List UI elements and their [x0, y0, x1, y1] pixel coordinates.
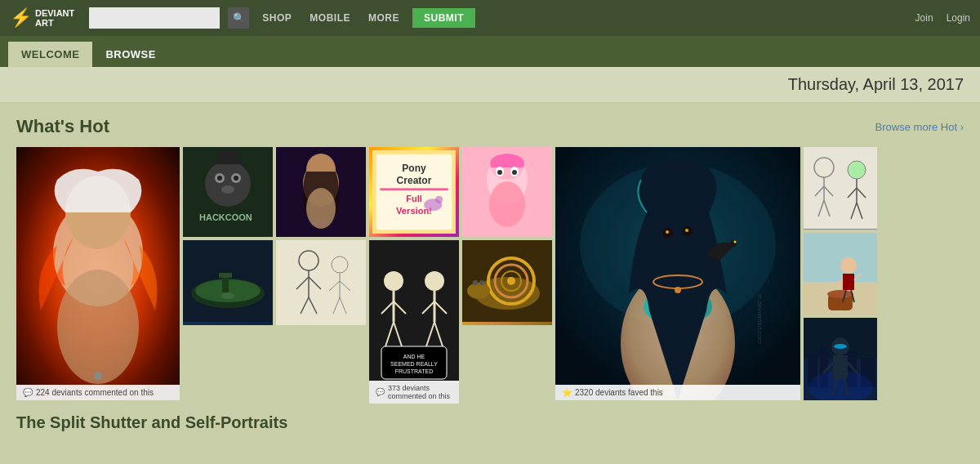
whats-hot-title: What's Hot [16, 116, 109, 137]
artwork-teal-woman[interactable]: in.deviantart.com ⭐ 2320 deviants faved … [555, 147, 800, 400]
svg-rect-14 [219, 150, 237, 162]
svg-text:Full: Full [406, 194, 422, 203]
svg-point-3 [57, 270, 139, 384]
svg-text:Creator: Creator [397, 175, 432, 186]
svg-rect-116 [843, 274, 854, 290]
date-bar: Thursday, April 13, 2017 [0, 67, 980, 103]
search-input[interactable] [89, 7, 220, 29]
svg-point-92 [685, 229, 688, 232]
join-link[interactable]: Join [915, 12, 933, 24]
content-area: What's Hot Browse more Hot › [0, 103, 980, 445]
svg-point-115 [840, 257, 857, 274]
svg-rect-25 [276, 240, 366, 322]
col-bikini-sketch [276, 147, 366, 325]
svg-point-78 [507, 277, 515, 285]
svg-point-24 [306, 188, 336, 229]
browse-more-hot-link[interactable]: Browse more Hot › [875, 121, 964, 133]
header: ⚡ DEVIANT ART 🔍 SHOP MOBILE MORE SUBMIT … [0, 0, 980, 36]
deviantart-logo-icon: ⚡ [10, 7, 32, 29]
svg-point-68 [489, 181, 525, 227]
svg-point-79 [467, 283, 490, 299]
svg-text:Pony: Pony [402, 163, 426, 174]
artwork-comic-skeleton[interactable]: AND HE SEEMED REALLY FRUSTRATED 💬 373 de… [369, 240, 459, 404]
svg-text:FRUSTRATED: FRUSTRATED [395, 368, 434, 374]
svg-point-11 [221, 185, 234, 194]
nav-more[interactable]: MORE [363, 12, 404, 24]
artwork-golden-snail[interactable] [462, 240, 552, 325]
svg-point-80 [473, 280, 478, 285]
svg-point-105 [848, 161, 866, 179]
artwork-pony-creator[interactable]: Pony Creator Full Version! [369, 147, 459, 237]
nav-mobile[interactable]: MOBILE [305, 12, 355, 24]
svg-point-81 [479, 280, 484, 285]
search-button[interactable]: 🔍 [228, 7, 249, 29]
svg-point-94 [675, 287, 681, 293]
gallery-wrapper: 💬 224 deviants commented on this HACKCOO… [16, 147, 964, 400]
svg-point-10 [234, 176, 238, 181]
logo-text: DEVIANT ART [35, 8, 74, 28]
artwork-comment-label: 💬 224 deviants commented on this [16, 385, 180, 400]
svg-point-9 [217, 176, 222, 181]
svg-point-72 [512, 170, 517, 175]
login-link[interactable]: Login [947, 12, 970, 24]
comic-comment-label: 💬 373 deviants commented on this [369, 381, 459, 404]
nav-shop[interactable]: SHOP [257, 12, 296, 24]
col-pony-comic: Pony Creator Full Version! [369, 147, 459, 404]
artwork-fire-lady[interactable]: 💬 224 deviants commented on this [16, 147, 180, 400]
bottom-section: The Split Shutter and Self-Portraits [16, 413, 964, 432]
split-shutter-title: The Split Shutter and Self-Portraits [16, 413, 964, 432]
header-right: Join Login [915, 12, 970, 24]
svg-point-134 [834, 344, 847, 349]
artwork-sketch-figure[interactable] [276, 240, 366, 325]
svg-point-4 [94, 372, 102, 380]
tab-welcome[interactable]: WELCOME [8, 42, 92, 67]
svg-point-71 [497, 170, 502, 175]
svg-text:SEEMED REALLY: SEEMED REALLY [390, 361, 438, 367]
logo-area: ⚡ DEVIANT ART [10, 7, 74, 29]
col-pink-snail [462, 147, 552, 325]
right-col-thumbs [804, 147, 877, 400]
star-icon: ⭐ [562, 388, 572, 397]
comment-icon: 💬 [23, 388, 33, 397]
current-date: Thursday, April 13, 2017 [788, 75, 964, 93]
svg-point-6 [205, 161, 251, 207]
whats-hot-header: What's Hot Browse more Hot › [16, 116, 964, 137]
tab-browse[interactable]: BROWSE [92, 42, 169, 67]
artwork-submarine[interactable] [183, 240, 273, 325]
svg-rect-19 [219, 273, 232, 278]
comment-icon2: 💬 [376, 388, 385, 396]
artwork-hackcoon[interactable]: HACKCOON [183, 147, 273, 237]
svg-point-91 [666, 230, 669, 234]
svg-rect-112 [804, 233, 877, 282]
artwork-dark-figure[interactable] [804, 318, 877, 400]
submit-button[interactable]: SUBMIT [412, 8, 475, 28]
artwork-pirate-scene[interactable] [804, 233, 877, 315]
svg-point-48 [384, 271, 403, 291]
artwork-bikini-lady[interactable] [276, 147, 366, 237]
main-artwork-fav-label: ⭐ 2320 deviants faved this [555, 385, 800, 400]
svg-point-114 [827, 290, 853, 298]
svg-rect-129 [833, 355, 848, 378]
subnav: WELCOME BROWSE [0, 36, 980, 67]
artwork-sketch-chars[interactable] [804, 147, 877, 230]
svg-point-96 [734, 241, 737, 243]
svg-text:AND HE: AND HE [403, 354, 425, 359]
svg-point-20 [221, 292, 234, 299]
svg-point-54 [425, 271, 444, 291]
col-hackcoon-sub: HACKCOON [183, 147, 273, 325]
svg-point-46 [435, 196, 443, 203]
svg-text:in.deviantart.com: in.deviantart.com [756, 294, 764, 344]
svg-rect-98 [804, 147, 877, 229]
svg-rect-42 [380, 188, 448, 190]
svg-text:HACKCOON: HACKCOON [199, 212, 252, 222]
artwork-pink-girl[interactable] [462, 147, 552, 237]
